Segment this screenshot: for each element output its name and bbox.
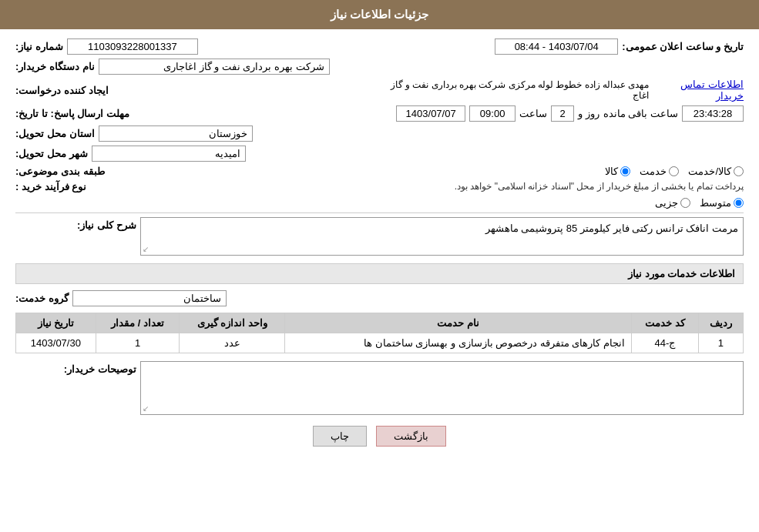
creator-value: مهدی عبداله زاده خطوط لوله مرکزی شرکت به…: [380, 79, 650, 101]
province-label: استان محل تحویل:: [15, 128, 95, 139]
services-table: ردیف کد خدمت نام حدمت واحد اندازه گیری ت…: [15, 313, 744, 353]
need-number-value: 1103093228001337: [67, 38, 198, 55]
page-header: جزئیات اطلاعات نیاز: [0, 0, 759, 29]
category-option-service-goods[interactable]: کالا/خدمت: [688, 166, 744, 177]
cell-name: انجام کارهای متفرقه درخصوص بازسازی و بهس…: [285, 333, 632, 353]
cell-qty: 1: [96, 333, 180, 353]
service-group-label: گروه خدمت:: [15, 293, 69, 304]
deadline-days-label: روز و: [578, 108, 599, 119]
table-row: 1 ج-44 انجام کارهای متفرقه درخصوص بازساز…: [16, 333, 744, 353]
table-header-row: ردیف کد خدمت نام حدمت واحد اندازه گیری ت…: [16, 313, 744, 333]
need-number-label: شماره نیاز:: [15, 41, 63, 52]
buyer-org-value: شرکت بهره برداری نفت و گاز اغاجاری: [99, 59, 330, 75]
category-option-service[interactable]: خدمت: [640, 166, 679, 177]
deadline-remaining-label: ساعت باقی مانده: [603, 108, 678, 119]
action-buttons: بازگشت چاپ: [15, 426, 744, 447]
back-button[interactable]: بازگشت: [376, 426, 446, 447]
resize-icon: ↙: [143, 245, 149, 253]
city-value: امیدیه: [92, 146, 246, 162]
creator-link[interactable]: اطلاعات تماس خریدار: [653, 79, 744, 102]
cell-date: 1403/07/30: [16, 333, 96, 353]
announce-datetime-value: 1403/07/04 - 08:44: [495, 38, 618, 55]
buyer-notes-label: توصیحات خریدار:: [64, 363, 136, 375]
deadline-time: 09:00: [469, 105, 516, 122]
th-date: تاریخ نیاز: [16, 313, 96, 333]
creator-label: ایجاد کننده درخواست:: [15, 85, 109, 96]
purchase-type-radio-group: متوسط جزیی: [655, 197, 744, 209]
purchase-type-note: پرداخت تمام یا بخشی از مبلغ خریدار از مح…: [455, 181, 744, 192]
print-button[interactable]: چاپ: [313, 426, 367, 447]
cell-code: ج-44: [632, 333, 699, 353]
category-radio-group: کالا/خدمت خدمت کالا: [605, 166, 744, 177]
services-section-title: اطلاعات خدمات مورد نیاز: [15, 263, 744, 284]
resize-icon-notes: ↙: [143, 404, 149, 413]
buyer-notes-box: ↙: [140, 361, 744, 415]
city-label: شهر محل تحویل:: [15, 148, 88, 159]
purchase-type-option-medium[interactable]: متوسط: [700, 197, 744, 209]
deadline-label: مهلت ارسال پاسخ: تا تاریخ:: [15, 108, 129, 119]
purchase-type-option-partial[interactable]: جزیی: [655, 197, 690, 209]
buyer-org-label: نام دستگاه خریدار:: [15, 61, 95, 72]
service-group-value: ساختمان: [72, 290, 227, 306]
deadline-date: 1403/07/07: [396, 105, 465, 122]
th-unit: واحد اندازه گیری: [180, 313, 285, 333]
category-label: طبقه بندی موضوعی:: [15, 166, 105, 177]
announce-datetime-label: تاریخ و ساعت اعلان عمومی:: [622, 41, 744, 52]
purchase-type-label: نوع فرآیند خرید :: [15, 181, 86, 192]
page-title: جزئیات اطلاعات نیاز: [331, 8, 428, 21]
deadline-remaining: 23:43:28: [682, 105, 744, 122]
th-code: کد خدمت: [632, 313, 699, 333]
province-value: خوزستان: [99, 125, 253, 142]
cell-unit: عدد: [180, 333, 285, 353]
th-rownum: ردیف: [698, 313, 743, 333]
th-qty: تعداد / مقدار: [96, 313, 180, 333]
th-name: نام حدمت: [285, 313, 632, 333]
deadline-days: 2: [551, 105, 574, 122]
description-value: مرمت انافک ترانس رکتی فایر کیلومتر 85 پت…: [485, 223, 738, 234]
category-option-goods[interactable]: کالا: [605, 166, 630, 177]
cell-rownum: 1: [698, 333, 743, 353]
description-label: شرح کلی نیاز:: [77, 219, 136, 231]
deadline-time-label: ساعت: [519, 108, 547, 119]
description-box: مرمت انافک ترانس رکتی فایر کیلومتر 85 پت…: [140, 217, 744, 256]
